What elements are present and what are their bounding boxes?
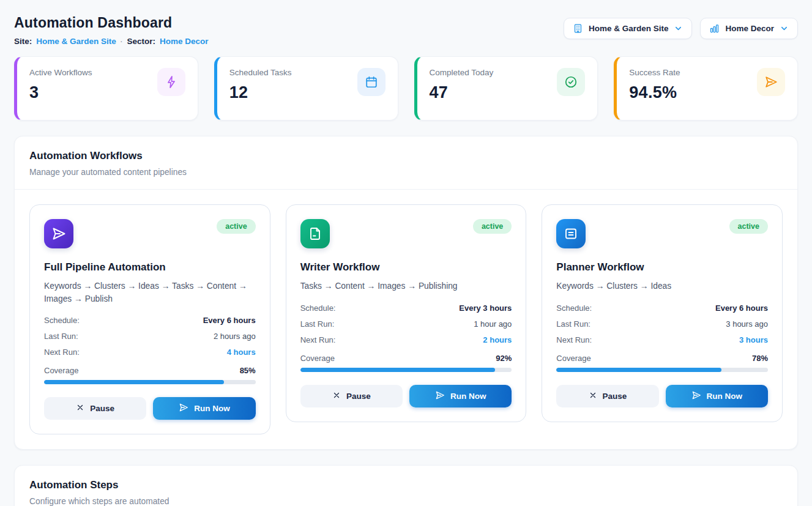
workflow-pipeline: Tasks → Content → Images → Publishing <box>300 280 512 293</box>
workflows-section-body: active Full Pipeline Automation Keywords… <box>15 189 797 449</box>
next-run-value: 2 hours <box>483 335 512 344</box>
file-icon <box>300 219 330 248</box>
last-run-row: Last Run: 3 hours ago <box>556 319 768 329</box>
next-run-row: Next Run: 4 hours <box>44 348 256 357</box>
coverage-progress-bar <box>556 368 768 372</box>
schedule-row: Schedule: Every 6 hours <box>556 303 768 313</box>
building-icon <box>573 23 583 34</box>
workflow-grid: active Full Pipeline Automation Keywords… <box>29 204 783 434</box>
next-run-value: 4 hours <box>227 348 256 357</box>
schedule-value: Every 6 hours <box>203 316 256 325</box>
coverage-value: 92% <box>496 354 512 363</box>
schedule-value: Every 6 hours <box>715 303 768 313</box>
coverage-value: 78% <box>752 354 768 363</box>
list-icon <box>556 219 586 248</box>
run-now-button[interactable]: Run Now <box>153 397 255 420</box>
pause-button[interactable]: Pause <box>300 385 403 407</box>
workflow-card-planner: active Planner Workflow Keywords → Clust… <box>542 204 783 422</box>
check-circle-icon <box>557 68 585 96</box>
coverage-progress-fill <box>556 368 721 372</box>
chevron-down-icon <box>674 24 683 33</box>
coverage-progress-fill <box>44 380 224 384</box>
run-now-button[interactable]: Run Now <box>409 385 512 407</box>
site-label: Site: <box>14 37 32 46</box>
workflow-card-writer: active Writer Workflow Tasks → Content →… <box>286 204 527 422</box>
coverage-value: 85% <box>240 366 256 375</box>
status-badge: active <box>473 219 512 234</box>
breadcrumb: Site: Home & Garden Site · Sector: Home … <box>14 37 209 46</box>
sector-selector-label: Home Decor <box>725 24 774 33</box>
stat-label: Completed Today <box>430 68 494 77</box>
next-run-row: Next Run: 2 hours <box>300 335 512 344</box>
last-run-value: 1 hour ago <box>474 319 512 329</box>
workflows-section-subtitle: Manage your automated content pipelines <box>29 168 783 177</box>
last-run-value: 3 hours ago <box>726 319 768 329</box>
last-run-value: 2 hours ago <box>214 332 256 341</box>
bar-chart-icon <box>709 23 720 34</box>
stat-label: Success Rate <box>629 68 680 77</box>
sector-selector-dropdown[interactable]: Home Decor <box>700 18 798 39</box>
sector-link[interactable]: Home Decor <box>160 37 209 46</box>
schedule-value: Every 3 hours <box>459 303 512 313</box>
run-now-button[interactable]: Run Now <box>666 385 768 407</box>
stats-row: Active Workflows 3 Scheduled Tasks 12 Co… <box>14 56 798 121</box>
schedule-row: Schedule: Every 3 hours <box>300 303 512 313</box>
sector-label: Sector: <box>127 37 155 46</box>
workflows-section-title: Automation Workflows <box>29 150 783 162</box>
send-icon <box>179 403 188 414</box>
header-controls: Home & Garden Site Home Decor <box>564 18 798 39</box>
page-title: Automation Dashboard <box>14 15 209 31</box>
steps-section-header: Automation Steps Configure which steps a… <box>15 466 797 506</box>
schedule-row: Schedule: Every 6 hours <box>44 316 256 325</box>
coverage-progress-bar <box>44 380 256 384</box>
workflow-title: Writer Workflow <box>300 261 512 273</box>
next-run-row: Next Run: 3 hours <box>556 335 768 344</box>
workflow-pipeline: Keywords → Clusters → Ideas → Tasks → Co… <box>44 280 256 305</box>
workflow-card-full-pipeline: active Full Pipeline Automation Keywords… <box>29 204 270 434</box>
send-icon <box>44 219 73 248</box>
stat-value: 47 <box>430 83 494 102</box>
stat-card-scheduled-tasks: Scheduled Tasks 12 <box>214 56 398 121</box>
stat-label: Scheduled Tasks <box>229 68 292 77</box>
send-icon <box>691 390 701 402</box>
site-selector-label: Home & Garden Site <box>589 24 669 33</box>
steps-section-subtitle: Configure which steps are automated <box>29 497 783 506</box>
pause-button[interactable]: Pause <box>556 385 658 407</box>
workflow-title: Full Pipeline Automation <box>44 261 256 273</box>
coverage-progress-fill <box>300 368 495 372</box>
coverage-row: Coverage 85% <box>44 366 256 384</box>
workflows-section: Automation Workflows Manage your automat… <box>14 136 798 450</box>
chevron-down-icon <box>780 24 789 33</box>
steps-section: Automation Steps Configure which steps a… <box>14 465 798 506</box>
site-link[interactable]: Home & Garden Site <box>36 37 116 46</box>
coverage-row: Coverage 92% <box>300 354 512 372</box>
x-icon <box>332 391 341 401</box>
workflows-section-header: Automation Workflows Manage your automat… <box>15 136 797 189</box>
workflow-title: Planner Workflow <box>556 261 768 273</box>
pause-button[interactable]: Pause <box>44 397 146 420</box>
x-icon <box>76 403 84 414</box>
separator-dot: · <box>121 38 123 45</box>
send-icon <box>435 390 445 402</box>
site-selector-dropdown[interactable]: Home & Garden Site <box>564 18 693 39</box>
status-badge: active <box>729 219 768 234</box>
stat-value: 3 <box>29 83 92 102</box>
stat-card-active-workflows: Active Workflows 3 <box>14 56 198 121</box>
send-icon <box>757 68 785 96</box>
calendar-icon <box>357 68 386 96</box>
stat-value: 94.5% <box>629 83 680 102</box>
status-badge: active <box>217 219 255 234</box>
steps-section-title: Automation Steps <box>29 479 783 491</box>
automation-dashboard-page: Automation Dashboard Site: Home & Garden… <box>0 0 812 506</box>
lightning-icon <box>157 68 185 96</box>
stat-label: Active Workflows <box>29 68 92 77</box>
last-run-row: Last Run: 2 hours ago <box>44 332 256 341</box>
page-header: Automation Dashboard Site: Home & Garden… <box>14 15 798 46</box>
workflow-pipeline: Keywords → Clusters → Ideas <box>556 280 768 293</box>
stat-value: 12 <box>229 83 292 102</box>
coverage-progress-bar <box>300 368 512 372</box>
last-run-row: Last Run: 1 hour ago <box>300 319 512 329</box>
stat-card-success-rate: Success Rate 94.5% <box>614 56 798 121</box>
next-run-value: 3 hours <box>739 335 768 344</box>
stat-card-completed-today: Completed Today 47 <box>414 56 598 121</box>
